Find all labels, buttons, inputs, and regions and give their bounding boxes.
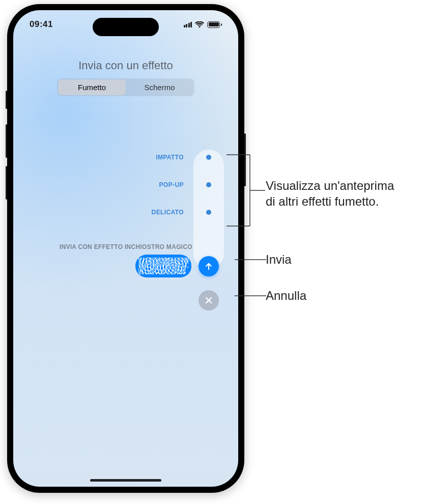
invisible-ink-effect	[138, 258, 188, 274]
home-indicator[interactable]	[90, 479, 161, 482]
close-icon	[205, 296, 213, 304]
battery-icon	[207, 21, 222, 28]
volume-up-button	[6, 124, 7, 158]
effect-label-gentle: DELICATO	[152, 209, 184, 216]
status-time: 09:41	[30, 19, 53, 30]
invisible-ink-hint: INVIA CON EFFETTO INCHIOSTRO MAGICO	[60, 243, 192, 250]
dynamic-island	[93, 18, 159, 36]
volume-down-button	[6, 166, 7, 200]
effect-dot-gentle[interactable]	[206, 210, 211, 215]
status-icons	[184, 21, 222, 28]
callout-send: Invia	[266, 251, 292, 267]
cancel-button[interactable]	[199, 290, 219, 311]
tab-bubble[interactable]: Fumetto	[58, 79, 126, 95]
arrow-up-icon	[204, 261, 214, 271]
callout-cancel: Annulla	[266, 288, 306, 303]
effect-selector: IMPATTO POP-UP DELICATO	[199, 155, 219, 215]
segmented-control: Fumetto Schermo	[57, 78, 194, 96]
wifi-icon	[195, 21, 204, 28]
cellular-signal-icon	[184, 21, 192, 27]
effect-dot-slam[interactable]	[206, 155, 211, 160]
page-title: Invia con un effetto	[13, 59, 238, 72]
message-bubble-preview	[135, 255, 191, 277]
mute-switch	[6, 91, 7, 109]
callout-line-send	[235, 257, 266, 262]
tab-screen[interactable]: Schermo	[126, 79, 193, 95]
effect-selector-track	[193, 150, 224, 269]
effect-label-loud: POP-UP	[159, 181, 184, 188]
send-button[interactable]	[199, 256, 219, 276]
effect-dot-loud[interactable]	[206, 182, 211, 187]
iphone-device-frame: 09:41	[7, 4, 244, 493]
effect-label-slam: IMPATTO	[156, 154, 184, 161]
callout-line-cancel	[235, 293, 266, 298]
phone-screen: 09:41	[13, 10, 238, 487]
callout-preview: Visualizza un'anteprima di altri effetti…	[266, 178, 394, 209]
callout-bracket-preview	[227, 151, 267, 230]
